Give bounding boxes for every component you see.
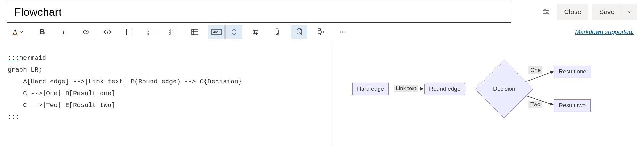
svg-line-36 (299, 32, 299, 34)
save-dropdown-button[interactable] (622, 4, 637, 20)
collapse-expand-button[interactable] (225, 25, 242, 39)
node-decision-label: Decision (493, 86, 515, 92)
edge-label-two: Two (528, 101, 542, 108)
svg-point-42 (344, 31, 345, 32)
svg-point-10 (126, 32, 127, 33)
svg-text:I: I (62, 28, 65, 35)
editor-line: C -->|One| D[Result one] (8, 90, 115, 97)
svg-point-8 (126, 30, 127, 31)
node-result-one: Result one (554, 66, 591, 78)
editor-line: graph LR; (8, 66, 42, 73)
paste-code-button[interactable] (291, 25, 307, 39)
bullet-list-icon (126, 28, 133, 35)
code-button[interactable] (99, 25, 116, 39)
svg-rect-23 (192, 29, 198, 35)
heading-button[interactable] (247, 25, 264, 39)
diagram-icon (317, 28, 325, 36)
svg-text:3: 3 (147, 33, 149, 35)
hash-icon (252, 28, 259, 35)
code-fence-close: ::: (8, 113, 19, 121)
text-format-dropdown[interactable]: A (7, 25, 29, 39)
markdown-supported-link[interactable]: Markdown supported. (575, 28, 634, 35)
formatting-toolbar: A B I 1 2 3 (0, 24, 644, 42)
bold-button[interactable]: B (34, 25, 51, 39)
sliders-icon (542, 8, 550, 16)
svg-text:A: A (13, 28, 18, 35)
page-settings-button[interactable] (539, 5, 553, 19)
abc-proofing-button[interactable]: Abc (208, 25, 225, 39)
italic-icon: I (61, 28, 68, 35)
link-icon (82, 28, 90, 36)
svg-point-3 (546, 13, 548, 14)
svg-line-33 (256, 29, 257, 35)
svg-point-1 (544, 10, 546, 11)
svg-point-41 (342, 31, 343, 32)
more-actions-button[interactable] (334, 25, 351, 39)
svg-point-40 (340, 31, 341, 32)
chevrons-vertical-icon (231, 28, 237, 36)
diagram-preview: Hard edge Link text Round edge Decision … (333, 42, 644, 145)
svg-rect-39 (318, 33, 320, 35)
svg-point-12 (126, 34, 127, 35)
bold-icon: B (39, 28, 46, 35)
markdown-editor[interactable]: :::mermaid graph LR; A[Hard edge] -->|Li… (0, 42, 333, 145)
paperclip-icon (274, 28, 281, 36)
save-split-button: Save (592, 4, 637, 20)
svg-text:Abc: Abc (213, 30, 218, 34)
editor-line: C -->|Two| E[Result two] (8, 102, 115, 109)
save-button[interactable]: Save (592, 4, 622, 20)
close-button[interactable]: Close (557, 4, 588, 20)
svg-text:B: B (40, 28, 45, 35)
header-actions: Close Save (539, 4, 637, 20)
editor-line: A[Hard edge] -->|Link text| B(Round edge… (8, 78, 242, 85)
node-round-edge: Round edge (424, 83, 465, 95)
edge-label-one: One (528, 66, 542, 74)
svg-line-7 (107, 30, 108, 34)
svg-rect-38 (322, 31, 324, 33)
node-result-two: Result two (554, 99, 591, 112)
attach-button[interactable] (269, 25, 286, 39)
edge-label-link-text: Link text (394, 85, 418, 92)
svg-rect-35 (298, 29, 300, 30)
numbered-list-button[interactable]: 1 2 3 (143, 25, 159, 39)
node-hard-edge: Hard edge (352, 83, 389, 95)
numbered-list-icon: 1 2 3 (147, 28, 155, 35)
italic-button[interactable]: I (56, 25, 72, 39)
text-format-icon: A (12, 28, 24, 36)
code-fence-open: ::: (8, 54, 19, 62)
checklist-button[interactable] (165, 25, 181, 39)
title-input[interactable] (7, 1, 511, 23)
svg-line-32 (254, 29, 255, 35)
header-row: Close Save (0, 0, 644, 24)
bullet-list-button[interactable] (121, 25, 138, 39)
mermaid-diagram-button[interactable] (313, 25, 329, 39)
content-area: :::mermaid graph LR; A[Hard edge] -->|Li… (0, 42, 644, 145)
table-button[interactable] (186, 25, 203, 39)
chevron-down-icon (627, 9, 632, 14)
link-button[interactable] (77, 25, 94, 39)
code-icon (103, 28, 112, 35)
checklist-icon (169, 28, 177, 35)
code-lang: mermaid (19, 54, 46, 62)
table-icon (191, 28, 199, 35)
clipboard-code-icon (295, 28, 303, 36)
svg-rect-37 (318, 29, 320, 31)
abc-icon: Abc (211, 28, 222, 35)
ellipsis-icon (339, 31, 346, 33)
